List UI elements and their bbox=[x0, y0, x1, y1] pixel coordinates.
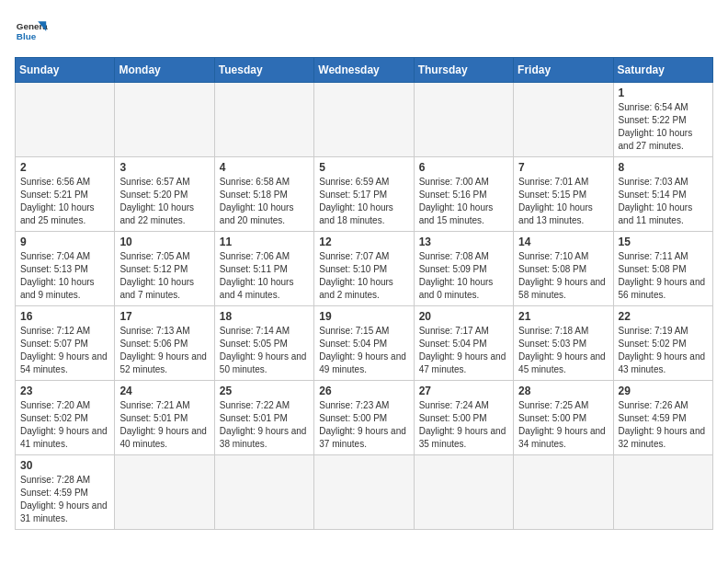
calendar-cell bbox=[514, 83, 613, 157]
day-number: 17 bbox=[119, 310, 209, 323]
calendar-cell: 18Sunrise: 7:14 AM Sunset: 5:05 PM Dayli… bbox=[214, 306, 313, 381]
day-number: 23 bbox=[20, 385, 109, 397]
calendar-header-row: SundayMondayTuesdayWednesdayThursdayFrid… bbox=[16, 58, 713, 83]
day-info: Sunrise: 7:13 AM Sunset: 5:06 PM Dayligh… bbox=[119, 325, 209, 376]
day-info: Sunrise: 7:04 AM Sunset: 5:13 PM Dayligh… bbox=[20, 250, 109, 302]
day-info: Sunrise: 7:10 AM Sunset: 5:08 PM Dayligh… bbox=[518, 250, 608, 302]
day-info: Sunrise: 7:00 AM Sunset: 5:16 PM Dayligh… bbox=[419, 176, 508, 227]
day-number: 8 bbox=[619, 161, 708, 174]
calendar-week-row: 1Sunrise: 6:54 AM Sunset: 5:22 PM Daylig… bbox=[16, 83, 713, 157]
calendar-cell: 5Sunrise: 6:59 AM Sunset: 5:17 PM Daylig… bbox=[314, 157, 414, 232]
day-info: Sunrise: 7:15 AM Sunset: 5:04 PM Dayligh… bbox=[319, 325, 408, 376]
day-info: Sunrise: 7:11 AM Sunset: 5:08 PM Dayligh… bbox=[619, 250, 708, 302]
calendar-cell bbox=[214, 83, 313, 157]
calendar-cell bbox=[115, 83, 214, 157]
day-info: Sunrise: 7:26 AM Sunset: 4:59 PM Dayligh… bbox=[619, 399, 708, 451]
day-info: Sunrise: 7:28 AM Sunset: 4:59 PM Dayligh… bbox=[20, 474, 109, 525]
day-info: Sunrise: 7:21 AM Sunset: 5:01 PM Dayligh… bbox=[119, 399, 209, 451]
day-number: 11 bbox=[220, 236, 309, 248]
calendar-cell: 7Sunrise: 7:01 AM Sunset: 5:15 PM Daylig… bbox=[514, 157, 613, 232]
calendar-cell: 11Sunrise: 7:06 AM Sunset: 5:11 PM Dayli… bbox=[214, 232, 313, 306]
day-number: 5 bbox=[319, 161, 408, 174]
day-number: 27 bbox=[419, 385, 508, 397]
day-info: Sunrise: 7:22 AM Sunset: 5:01 PM Dayligh… bbox=[220, 399, 309, 451]
day-number: 10 bbox=[119, 236, 209, 248]
page-header: General Blue bbox=[15, 15, 713, 48]
day-number: 24 bbox=[119, 385, 209, 397]
calendar-cell: 14Sunrise: 7:10 AM Sunset: 5:08 PM Dayli… bbox=[514, 232, 613, 306]
day-info: Sunrise: 6:58 AM Sunset: 5:18 PM Dayligh… bbox=[220, 176, 309, 227]
day-number: 25 bbox=[220, 385, 309, 397]
calendar-week-row: 30Sunrise: 7:28 AM Sunset: 4:59 PM Dayli… bbox=[16, 455, 713, 530]
calendar-cell: 1Sunrise: 6:54 AM Sunset: 5:22 PM Daylig… bbox=[613, 83, 712, 157]
calendar-week-row: 16Sunrise: 7:12 AM Sunset: 5:07 PM Dayli… bbox=[16, 306, 713, 381]
calendar-week-row: 23Sunrise: 7:20 AM Sunset: 5:02 PM Dayli… bbox=[16, 381, 713, 455]
calendar-cell: 4Sunrise: 6:58 AM Sunset: 5:18 PM Daylig… bbox=[214, 157, 313, 232]
day-info: Sunrise: 7:25 AM Sunset: 5:00 PM Dayligh… bbox=[518, 399, 608, 451]
calendar-cell: 26Sunrise: 7:23 AM Sunset: 5:00 PM Dayli… bbox=[314, 381, 414, 455]
calendar-cell: 20Sunrise: 7:17 AM Sunset: 5:04 PM Dayli… bbox=[414, 306, 513, 381]
day-number: 4 bbox=[220, 161, 309, 174]
day-number: 15 bbox=[619, 236, 708, 248]
calendar-cell: 2Sunrise: 6:56 AM Sunset: 5:21 PM Daylig… bbox=[16, 157, 115, 232]
calendar-cell: 12Sunrise: 7:07 AM Sunset: 5:10 PM Dayli… bbox=[314, 232, 414, 306]
day-info: Sunrise: 6:54 AM Sunset: 5:22 PM Dayligh… bbox=[619, 101, 708, 153]
weekday-header: Friday bbox=[514, 58, 613, 83]
day-number: 12 bbox=[319, 236, 408, 248]
weekday-header: Monday bbox=[115, 58, 214, 83]
day-info: Sunrise: 6:57 AM Sunset: 5:20 PM Dayligh… bbox=[119, 176, 209, 227]
calendar-cell: 15Sunrise: 7:11 AM Sunset: 5:08 PM Dayli… bbox=[613, 232, 712, 306]
day-info: Sunrise: 7:07 AM Sunset: 5:10 PM Dayligh… bbox=[319, 250, 408, 302]
day-number: 6 bbox=[419, 161, 508, 174]
day-number: 20 bbox=[419, 310, 508, 323]
weekday-header: Wednesday bbox=[314, 58, 414, 83]
calendar-cell: 28Sunrise: 7:25 AM Sunset: 5:00 PM Dayli… bbox=[514, 381, 613, 455]
day-info: Sunrise: 7:14 AM Sunset: 5:05 PM Dayligh… bbox=[220, 325, 309, 376]
calendar-cell: 16Sunrise: 7:12 AM Sunset: 5:07 PM Dayli… bbox=[16, 306, 115, 381]
calendar-cell: 9Sunrise: 7:04 AM Sunset: 5:13 PM Daylig… bbox=[16, 232, 115, 306]
calendar-cell bbox=[613, 455, 712, 530]
day-number: 21 bbox=[518, 310, 608, 323]
calendar-cell: 6Sunrise: 7:00 AM Sunset: 5:16 PM Daylig… bbox=[414, 157, 513, 232]
day-number: 3 bbox=[119, 161, 209, 174]
calendar-cell: 21Sunrise: 7:18 AM Sunset: 5:03 PM Dayli… bbox=[514, 306, 613, 381]
day-info: Sunrise: 7:01 AM Sunset: 5:15 PM Dayligh… bbox=[518, 176, 608, 227]
calendar-cell: 22Sunrise: 7:19 AM Sunset: 5:02 PM Dayli… bbox=[613, 306, 712, 381]
day-number: 26 bbox=[319, 385, 408, 397]
day-number: 9 bbox=[20, 236, 109, 248]
calendar-week-row: 9Sunrise: 7:04 AM Sunset: 5:13 PM Daylig… bbox=[16, 232, 713, 306]
calendar-cell bbox=[16, 83, 115, 157]
calendar-cell bbox=[115, 455, 214, 530]
calendar-week-row: 2Sunrise: 6:56 AM Sunset: 5:21 PM Daylig… bbox=[16, 157, 713, 232]
day-number: 19 bbox=[319, 310, 408, 323]
day-number: 22 bbox=[619, 310, 708, 323]
calendar-table: SundayMondayTuesdayWednesdayThursdayFrid… bbox=[15, 57, 713, 530]
calendar-cell: 13Sunrise: 7:08 AM Sunset: 5:09 PM Dayli… bbox=[414, 232, 513, 306]
day-info: Sunrise: 7:19 AM Sunset: 5:02 PM Dayligh… bbox=[619, 325, 708, 376]
calendar-cell: 30Sunrise: 7:28 AM Sunset: 4:59 PM Dayli… bbox=[16, 455, 115, 530]
calendar-cell: 27Sunrise: 7:24 AM Sunset: 5:00 PM Dayli… bbox=[414, 381, 513, 455]
day-number: 2 bbox=[20, 161, 109, 174]
calendar-cell bbox=[314, 455, 414, 530]
day-info: Sunrise: 7:20 AM Sunset: 5:02 PM Dayligh… bbox=[20, 399, 109, 451]
calendar-cell bbox=[314, 83, 414, 157]
calendar-cell bbox=[214, 455, 313, 530]
calendar-cell: 17Sunrise: 7:13 AM Sunset: 5:06 PM Dayli… bbox=[115, 306, 214, 381]
day-number: 18 bbox=[220, 310, 309, 323]
svg-text:Blue: Blue bbox=[17, 31, 37, 41]
day-info: Sunrise: 7:17 AM Sunset: 5:04 PM Dayligh… bbox=[419, 325, 508, 376]
calendar-cell: 10Sunrise: 7:05 AM Sunset: 5:12 PM Dayli… bbox=[115, 232, 214, 306]
day-info: Sunrise: 7:06 AM Sunset: 5:11 PM Dayligh… bbox=[220, 250, 309, 302]
day-number: 16 bbox=[20, 310, 109, 323]
day-info: Sunrise: 7:08 AM Sunset: 5:09 PM Dayligh… bbox=[419, 250, 508, 302]
logo-icon: General Blue bbox=[15, 15, 48, 48]
day-info: Sunrise: 7:05 AM Sunset: 5:12 PM Dayligh… bbox=[119, 250, 209, 302]
calendar-cell: 24Sunrise: 7:21 AM Sunset: 5:01 PM Dayli… bbox=[115, 381, 214, 455]
calendar-cell: 25Sunrise: 7:22 AM Sunset: 5:01 PM Dayli… bbox=[214, 381, 313, 455]
calendar-cell: 3Sunrise: 6:57 AM Sunset: 5:20 PM Daylig… bbox=[115, 157, 214, 232]
calendar-cell: 29Sunrise: 7:26 AM Sunset: 4:59 PM Dayli… bbox=[613, 381, 712, 455]
calendar-cell bbox=[414, 455, 513, 530]
day-info: Sunrise: 7:24 AM Sunset: 5:00 PM Dayligh… bbox=[419, 399, 508, 451]
day-info: Sunrise: 6:59 AM Sunset: 5:17 PM Dayligh… bbox=[319, 176, 408, 227]
calendar-cell bbox=[414, 83, 513, 157]
